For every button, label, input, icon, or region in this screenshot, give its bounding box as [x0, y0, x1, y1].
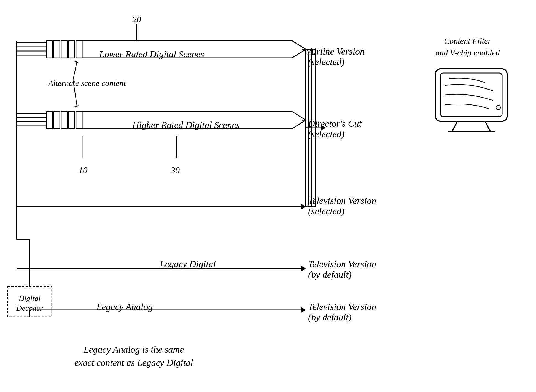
svg-marker-42 — [301, 307, 306, 313]
higher-rated-label: Higher Rated Digital Scenes — [132, 120, 240, 130]
svg-rect-15 — [69, 112, 75, 129]
legacy-analog-same-label: Legacy Analog is the same exact content … — [74, 343, 193, 369]
alternate-scene-label: Alternate scene content — [48, 79, 126, 88]
legacy-analog-label: Legacy Analog — [96, 302, 153, 312]
diagram-container: 20 10 30 — [0, 0, 536, 392]
svg-rect-4 — [69, 41, 75, 58]
svg-marker-34 — [74, 105, 79, 108]
svg-point-47 — [496, 105, 500, 110]
tv-version-default1-label: Television Version (by default) — [308, 259, 376, 280]
television-icon — [430, 63, 513, 135]
svg-line-49 — [485, 121, 491, 132]
directors-cut-label: Director's Cut (selected) — [308, 118, 362, 139]
airline-version-label: Airline Version (selected) — [308, 46, 365, 67]
lower-rated-label: Lower Rated Digital Scenes — [99, 49, 204, 60]
svg-rect-16 — [76, 112, 82, 129]
svg-marker-32 — [74, 60, 79, 63]
svg-line-31 — [73, 61, 77, 80]
svg-line-48 — [452, 121, 457, 132]
digital-decoder-label: Digital Decoder — [10, 293, 50, 313]
legacy-digital-label: Legacy Digital — [160, 259, 216, 269]
svg-rect-13 — [54, 112, 60, 129]
tv-version-selected-label: Television Version (selected) — [308, 196, 376, 217]
content-filter-label: Content Filter and V-chip enabled — [435, 35, 500, 58]
tv-version-default2-label: Television Version (by default) — [308, 302, 376, 323]
svg-rect-1 — [46, 41, 52, 58]
svg-rect-12 — [46, 112, 52, 129]
svg-rect-3 — [61, 41, 67, 58]
svg-rect-5 — [76, 41, 82, 58]
svg-marker-37 — [301, 266, 306, 271]
main-svg-diagram — [0, 0, 536, 392]
svg-rect-2 — [54, 41, 60, 58]
svg-rect-14 — [61, 112, 67, 129]
